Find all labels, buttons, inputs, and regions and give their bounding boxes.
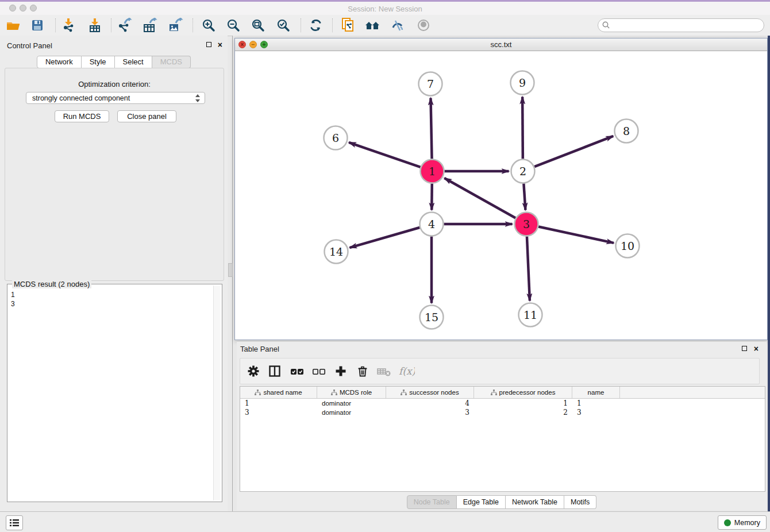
tab-edge-table[interactable]: Edge Table [457,495,506,509]
cell-name[interactable]: 3 [572,408,620,417]
toolbar-separator [55,18,56,32]
edge-2-9[interactable] [522,97,523,159]
select-stepper-icon [195,94,201,102]
birds-eye-view-icon [415,17,432,33]
cell-successor-nodes[interactable]: 4 [386,399,474,408]
cell-MCDS-role[interactable]: dominator [317,399,386,408]
apply-layout-icon[interactable] [307,17,325,33]
import-network-icon[interactable] [60,17,77,33]
edge-1-6[interactable] [349,142,421,167]
export-image-icon[interactable] [167,17,184,33]
cell-MCDS-role[interactable]: dominator [317,408,386,417]
column-header-name[interactable]: name [572,387,620,398]
mcds-result-title: MCDS result (2 nodes) [12,280,91,288]
zoom-selected-icon[interactable] [275,17,292,33]
edge-3-1[interactable] [444,178,515,218]
close-panel-icon[interactable]: × [218,42,222,48]
table-panel-tabs: Node TableEdge TableNetwork TableMotifs [237,495,767,509]
zoom-fit-icon[interactable] [249,17,267,33]
optimization-criterion-label: Optimization criterion: [5,80,224,88]
hide-graphics-details-icon[interactable] [389,17,406,33]
cell-shared-name[interactable]: 3 [240,408,317,417]
column-header-shared-name[interactable]: shared name [240,387,317,398]
search-input[interactable] [613,20,759,31]
node-label-1: 1 [429,165,436,178]
toolbar-separator [332,18,333,32]
search-box[interactable] [598,18,764,32]
toolbar-separator [111,18,111,32]
tab-select[interactable]: Select [115,56,152,68]
tab-style[interactable]: Style [82,56,115,68]
node-label-3: 3 [523,218,530,230]
column-header-MCDS-role[interactable]: MCDS role [317,387,386,398]
open-session-icon[interactable] [5,17,22,33]
mcds-result-text[interactable]: 1 3 [11,290,211,499]
task-history-button[interactable] [6,515,23,530]
clone-network-icon[interactable] [339,17,356,33]
search-icon [602,21,610,29]
memory-status-icon [724,519,731,526]
table-row[interactable]: 3dominator323 [240,408,765,417]
node-table[interactable]: shared nameMCDS rolesuccessor nodesprede… [240,386,765,492]
edge-1-7[interactable] [430,98,432,159]
table-panel-title: Table Panel [240,345,279,353]
export-network-icon[interactable] [116,17,133,33]
tab-network[interactable]: Network [37,56,82,68]
float-panel-icon[interactable] [206,42,211,47]
close-table-panel-icon[interactable]: × [754,346,759,352]
control-panel-title: Control Panel [7,41,52,50]
tab-node-table[interactable]: Node Table [407,495,457,509]
edge-4-14[interactable] [350,228,420,248]
show-columns-icon[interactable] [266,363,283,379]
list-icon [9,519,20,527]
column-header-predecessor-nodes[interactable]: predecessor nodes [474,387,572,398]
first-neighbors-icon[interactable] [364,17,382,33]
table-row[interactable]: 1dominator411 [240,399,765,408]
close-panel-button[interactable]: Close panel [117,110,176,122]
edge-3-11[interactable] [527,236,530,300]
network-window-titlebar: × − + scc.txt [235,38,767,51]
table-toolbar: f(x) [240,358,760,384]
split-divider-handle[interactable] [228,263,233,277]
cell-predecessor-nodes[interactable]: 1 [474,399,572,408]
tab-motifs[interactable]: Motifs [564,495,596,509]
import-table-icon[interactable] [86,17,103,33]
delete-row-icon[interactable] [354,363,371,379]
toolbar-separator [192,18,193,32]
result-scrollbar[interactable] [213,286,221,500]
toolbar-separator [301,18,301,32]
cell-predecessor-nodes[interactable]: 2 [474,408,572,417]
add-row-icon[interactable] [332,363,349,379]
zoom-out-icon[interactable] [225,17,242,33]
deselect-all-checkboxes-icon[interactable] [310,363,328,379]
column-header-successor-nodes[interactable]: successor nodes [386,387,474,398]
run-mcds-button[interactable]: Run MCDS [55,110,109,122]
titlebar: Session: New Session [0,2,770,16]
zoom-in-icon[interactable] [200,17,217,33]
node-label-9: 9 [519,76,526,89]
save-session-icon[interactable] [29,17,46,33]
criterion-select[interactable]: strongly connected component [26,92,205,104]
memory-button[interactable]: Memory [718,515,767,530]
tab-mcds[interactable]: MCDS [152,56,191,68]
tab-network-table[interactable]: Network Table [506,495,564,509]
cell-name[interactable]: 1 [572,399,620,408]
edge-2-3[interactable] [523,183,525,210]
export-table-icon[interactable] [141,17,159,33]
edge-3-10[interactable] [538,227,614,243]
float-table-panel-icon[interactable] [742,346,747,351]
node-label-11: 11 [523,309,537,321]
mcds-result-box: MCDS result (2 nodes) 1 3 [7,284,222,502]
memory-label: Memory [734,519,760,527]
node-label-4: 4 [428,218,435,230]
node-label-6: 6 [332,132,339,144]
network-canvas-svg[interactable]: 1234678910111415 [235,51,767,340]
node-label-8: 8 [623,125,630,137]
node-label-14: 14 [329,245,343,258]
select-all-checkboxes-icon[interactable] [288,363,306,379]
settings-gear-icon[interactable] [245,363,262,379]
cell-shared-name[interactable]: 1 [240,399,317,408]
cell-successor-nodes[interactable]: 3 [386,408,474,417]
edge-1-4[interactable] [432,183,432,210]
edge-2-8[interactable] [534,136,613,167]
